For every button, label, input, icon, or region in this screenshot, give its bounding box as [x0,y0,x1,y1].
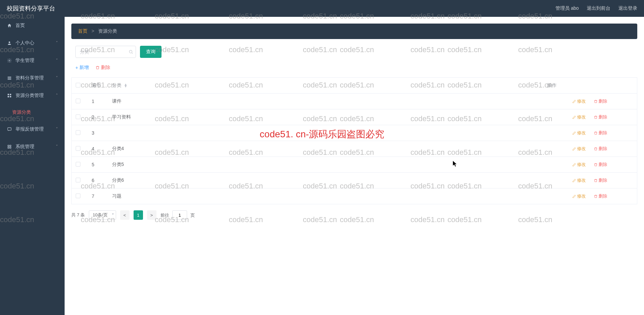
sidebar-item-0[interactable]: 首页 [0,17,65,34]
plus-icon: + [75,65,78,70]
trash-icon [96,66,100,70]
breadcrumb-home[interactable]: 首页 [78,28,87,34]
row-index: 4 [88,141,108,157]
row-index: 6 [88,173,108,188]
page-jump: 前往 页 [160,210,195,220]
chevron-up-icon: ˄ [56,93,58,98]
row-category: 习题 [108,188,543,204]
sidebar-item-label: 学生管理 [15,58,34,64]
batch-delete-button[interactable]: 删除 [96,65,110,71]
search-button[interactable]: 查询 [140,46,162,58]
row-category [108,125,543,141]
logout-link[interactable]: 退出登录 [618,5,637,11]
svg-rect-3 [8,78,11,78]
sidebar-item-2[interactable]: 学生管理˅ [0,52,65,69]
feedback-icon [7,127,12,132]
table-header-action: 操作 [543,78,637,94]
header-right: 管理员 abo 退出到前台 退出登录 [556,5,637,11]
svg-point-0 [9,41,10,43]
app-title: 校园资料分享平台 [7,4,55,12]
table-row: 5分类5修改删除 [72,157,637,173]
sidebar-item-label: 资源分类管理 [15,93,44,99]
sidebar: 首页个人中心˅学生管理˅资料分享管理˅资源分类管理˄资源分类举报反馈管理˅系统管… [0,17,65,315]
sidebar-item-1[interactable]: 个人中心˅ [0,34,65,52]
sidebar-item-4[interactable]: 资源分类管理˄ [0,87,65,104]
exit-front-link[interactable]: 退出到前台 [587,5,610,11]
breadcrumb-current: 资源分类 [98,28,117,34]
row-edit-button[interactable]: 修改 [572,130,586,136]
search-bar: 查询 [71,46,637,58]
row-delete-button[interactable]: 删除 [594,146,607,152]
table-header-index[interactable]: 索引 [88,78,108,94]
row-category: 学习资料 [108,109,543,125]
row-edit-button[interactable]: 修改 [572,193,586,199]
sidebar-subitem-4-0[interactable]: 资源分类 [0,104,65,120]
svg-rect-4 [8,79,11,80]
table-row: 2学习资料修改删除 [72,109,637,125]
svg-point-1 [9,60,10,61]
svg-point-10 [129,50,132,53]
search-input[interactable] [75,46,136,58]
row-checkbox[interactable] [76,130,80,135]
row-category: 分类5 [108,157,543,173]
user-icon [7,40,12,46]
row-delete-button[interactable]: 删除 [594,114,607,120]
row-index: 1 [88,94,108,109]
sidebar-item-label: 首页 [15,23,25,29]
row-delete-button[interactable]: 删除 [594,193,607,199]
sidebar-item-label: 举报反馈管理 [15,126,44,132]
admin-label[interactable]: 管理员 abo [556,5,579,11]
sidebar-item-6[interactable]: 系统管理˅ [0,138,65,155]
select-all-checkbox[interactable] [76,83,80,88]
row-delete-button[interactable]: 删除 [594,162,607,168]
add-label: 新增 [79,65,89,71]
sort-icon[interactable]: ▲▼ [124,83,127,88]
row-edit-button[interactable]: 修改 [572,177,586,183]
chevron-down-icon: ˅ [56,76,58,80]
sidebar-item-3[interactable]: 资料分享管理˅ [0,69,65,87]
chevron-down-icon: ˅ [56,41,58,45]
pagination: 共 7 条 10条/页 < 1 > 前往 页 [71,210,637,220]
row-checkbox[interactable] [76,114,80,119]
search-icon[interactable] [129,49,133,54]
table-row: 1课件修改删除 [72,94,637,109]
row-edit-button[interactable]: 修改 [572,146,586,152]
row-checkbox[interactable] [76,146,80,151]
row-index: 2 [88,109,108,125]
add-button[interactable]: + 新增 [75,65,89,71]
row-edit-button[interactable]: 修改 [572,98,586,104]
row-index: 3 [88,125,108,141]
sidebar-item-label: 个人中心 [15,40,34,46]
next-page-button[interactable]: > [147,210,156,220]
chevron-down-icon: ˅ [56,58,58,63]
row-checkbox[interactable] [76,194,80,198]
row-checkbox[interactable] [76,162,80,167]
svg-rect-8 [10,96,11,97]
page-size-select[interactable]: 10条/页 [89,210,116,220]
svg-rect-9 [8,128,11,130]
chevron-down-icon: ˅ [56,144,58,149]
page-number-1[interactable]: 1 [134,210,143,220]
gear-icon [7,58,12,63]
jump-suffix: 页 [190,213,195,218]
row-edit-button[interactable]: 修改 [572,162,586,168]
svg-rect-2 [8,77,11,77]
sidebar-item-5[interactable]: 举报反馈管理˅ [0,120,65,138]
table-row: 4分类4修改删除 [72,141,637,157]
jump-prefix: 前往 [160,213,169,218]
row-delete-button[interactable]: 删除 [594,98,607,104]
share-icon [7,75,12,81]
app-header: 校园资料分享平台 管理员 abo 退出到前台 退出登录 [0,0,644,17]
row-delete-button[interactable]: 删除 [594,130,607,136]
prev-page-button[interactable]: < [120,210,130,220]
row-delete-button[interactable]: 删除 [594,177,607,183]
table-header-category[interactable]: 分类 ▲▼ [108,78,543,94]
row-edit-button[interactable]: 修改 [572,114,586,120]
data-table: 索引 分类 ▲▼ 操作 1课件修改删除2学习资料修改删除3修改删除4分类4修改删… [71,77,637,204]
row-category: 课件 [108,94,543,109]
page-jump-input[interactable] [172,210,187,220]
row-checkbox[interactable] [76,178,80,182]
row-category: 分类4 [108,141,543,157]
row-category: 分类6 [108,173,543,188]
row-checkbox[interactable] [76,99,80,103]
